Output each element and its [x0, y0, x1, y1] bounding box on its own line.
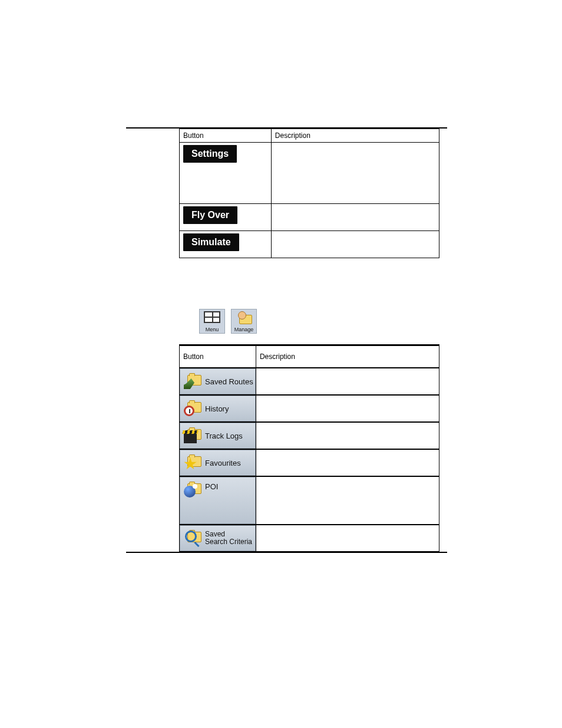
- manage-icon-button[interactable]: Manage: [231, 309, 257, 334]
- t2-row4-desc: [256, 449, 439, 476]
- poi-label: POI: [205, 482, 218, 491]
- t1-header-button: Button: [180, 129, 272, 143]
- bottom-rule: [126, 552, 447, 553]
- track-logs-label: Track Logs: [205, 431, 243, 440]
- favourites-label: Favourites: [205, 459, 241, 467]
- t2-header-button: Button: [180, 345, 256, 368]
- history-clock-icon: [184, 406, 194, 416]
- poi-button[interactable]: POI: [180, 477, 256, 524]
- t2-row6-desc: [256, 525, 439, 552]
- manage-icon-label: Manage: [234, 327, 254, 332]
- saved-routes-button[interactable]: Saved Routes: [180, 368, 256, 394]
- settings-button[interactable]: Settings: [183, 145, 237, 163]
- saved-search-criteria-button[interactable]: Saved Search Criteria: [180, 525, 256, 551]
- track-logs-button[interactable]: Track Logs: [180, 423, 256, 449]
- t2-row1-desc: [256, 368, 439, 395]
- t2-header-desc: Description: [256, 345, 439, 368]
- simulate-button[interactable]: Simulate: [183, 233, 239, 251]
- t1-row2-desc: [271, 204, 439, 231]
- t1-header-desc: Description: [271, 129, 439, 143]
- history-button[interactable]: History: [180, 396, 256, 421]
- t2-row5-desc: [256, 476, 439, 525]
- manage-buttons-table: Button Description Saved Routes History: [179, 344, 439, 552]
- t1-row3-desc: [271, 231, 439, 258]
- t1-row1-desc: [271, 143, 439, 204]
- buttons-table-1: Button Description Settings Fly Over Sim…: [179, 129, 439, 258]
- manage-user-folder-icon: [237, 311, 251, 324]
- t2-row2-desc: [256, 395, 439, 422]
- saved-routes-label: Saved Routes: [205, 377, 253, 386]
- menu-grid-icon: [204, 311, 220, 323]
- saved-search-criteria-label: Saved Search Criteria: [205, 531, 252, 545]
- search-magnifier-icon: [185, 531, 197, 542]
- history-label: History: [205, 404, 229, 413]
- menu-icon-label: Menu: [206, 327, 219, 332]
- menu-icon-button[interactable]: Menu: [199, 309, 225, 334]
- favourites-button[interactable]: Favourites: [180, 450, 256, 476]
- fly-over-button[interactable]: Fly Over: [183, 206, 237, 224]
- t2-row3-desc: [256, 422, 439, 449]
- track-logs-clapper-icon: [184, 434, 197, 443]
- poi-globe-icon: [184, 486, 196, 498]
